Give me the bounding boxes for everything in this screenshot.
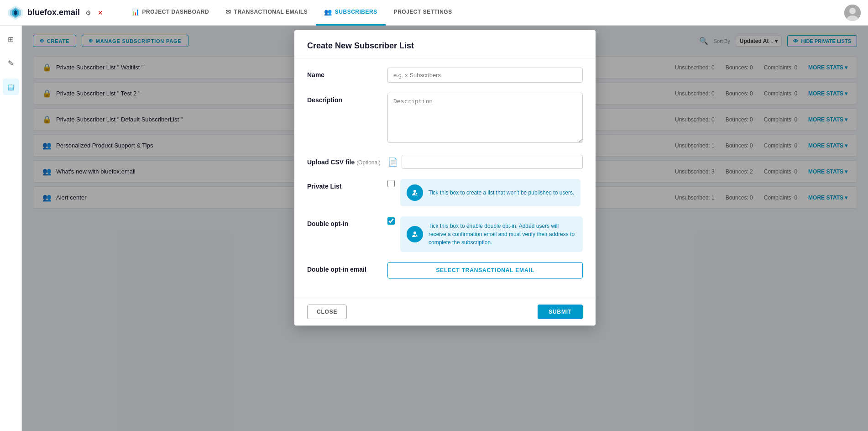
- nav-links: 📊 PROJECT DASHBOARD ✉ TRANSACTIONAL EMAI…: [123, 0, 844, 26]
- name-label: Name: [307, 68, 380, 79]
- sidebar-list-icon[interactable]: ▤: [3, 79, 19, 95]
- description-control: [387, 93, 583, 145]
- nav-settings-label: PROJECT SETTINGS: [394, 9, 452, 15]
- close-button[interactable]: CLOSE: [307, 305, 347, 319]
- csv-row: Upload CSV file (Optional) 📄: [307, 155, 583, 169]
- double-optin-info-text: Tick this box to enable double opt-in. A…: [429, 222, 576, 247]
- settings-icon[interactable]: ⚙: [84, 8, 93, 17]
- private-list-area: Tick this box to create a list that won'…: [387, 179, 580, 206]
- sidebar-edit-icon[interactable]: ✎: [3, 55, 19, 71]
- private-list-info-box: Tick this box to create a list that won'…: [400, 179, 580, 206]
- private-list-checkbox[interactable]: [387, 180, 395, 187]
- private-list-info-icon: [407, 184, 423, 201]
- modal-overlay: Create New Subscriber List Name Descript…: [22, 26, 868, 431]
- subscribers-icon: 👥: [324, 8, 332, 16]
- private-list-info-text: Tick this box to create a list that won'…: [429, 189, 574, 197]
- submit-button[interactable]: SUBMIT: [538, 305, 583, 319]
- main-content: ⊕ CREATE ⊕ MANAGE SUBSCRIPTION PAGE 🔍 So…: [22, 26, 868, 431]
- logo-icon: [7, 5, 24, 21]
- double-optin-info-box: Tick this box to enable double opt-in. A…: [400, 216, 583, 252]
- double-optin-email-label: Double opt-in email: [307, 262, 380, 273]
- modal-header: Create New Subscriber List: [294, 30, 596, 58]
- nav-transactional-emails[interactable]: ✉ TRANSACTIONAL EMAILS: [217, 0, 316, 26]
- double-optin-email-control: SELECT TRANSACTIONAL EMAIL: [387, 262, 583, 279]
- nav-project-settings[interactable]: PROJECT SETTINGS: [386, 0, 460, 26]
- description-label: Description: [307, 93, 380, 104]
- nav-dashboard-label: PROJECT DASHBOARD: [142, 9, 209, 15]
- name-control: [387, 68, 583, 83]
- svg-point-5: [849, 8, 856, 14]
- private-list-row: Private List Tick this box to create a l…: [307, 179, 583, 206]
- double-optin-row: Double opt-in Tick this box to enable do…: [307, 216, 583, 252]
- nav-transactional-label: TRANSACTIONAL EMAILS: [234, 9, 308, 15]
- select-transactional-email-button[interactable]: SELECT TRANSACTIONAL EMAIL: [387, 262, 583, 279]
- svg-point-11: [413, 231, 416, 234]
- nav-project-dashboard[interactable]: 📊 PROJECT DASHBOARD: [123, 0, 217, 26]
- double-optin-area: Tick this box to enable double opt-in. A…: [387, 216, 583, 252]
- email-icon: ✉: [225, 8, 231, 16]
- dashboard-icon: 📊: [131, 8, 140, 16]
- logo-area: bluefox.email ⚙ ✕: [7, 5, 112, 21]
- csv-upload-icon[interactable]: 📄: [388, 157, 398, 167]
- double-optin-email-row: Double opt-in email SELECT TRANSACTIONAL…: [307, 262, 583, 279]
- close-icon[interactable]: ✕: [96, 8, 105, 17]
- nav-right: [844, 5, 861, 21]
- nav-icons: ⚙ ✕: [84, 8, 105, 17]
- csv-optional: (Optional): [356, 159, 381, 166]
- double-optin-info-icon: [407, 226, 423, 242]
- nav-subscribers-label: Subscribers: [335, 9, 377, 15]
- modal-footer: CLOSE SUBMIT: [294, 298, 596, 326]
- modal: Create New Subscriber List Name Descript…: [294, 30, 596, 326]
- avatar: [844, 5, 861, 21]
- private-list-label: Private List: [307, 179, 380, 190]
- csv-file-input[interactable]: [402, 155, 583, 169]
- double-optin-label: Double opt-in: [307, 216, 380, 227]
- csv-control: 📄: [388, 155, 583, 169]
- name-row: Name: [307, 68, 583, 83]
- sidebar: ⊞ ✎ ▤: [0, 26, 22, 431]
- sidebar-grid-icon[interactable]: ⊞: [3, 31, 19, 47]
- name-input[interactable]: [387, 68, 583, 83]
- modal-title: Create New Subscriber List: [307, 41, 414, 50]
- description-textarea[interactable]: [387, 93, 583, 143]
- description-row: Description: [307, 93, 583, 145]
- svg-point-7: [413, 190, 416, 193]
- double-optin-checkbox[interactable]: [387, 217, 395, 225]
- layout: ⊞ ✎ ▤ ⊕ CREATE ⊕ MANAGE SUBSCRIPTION PAG…: [0, 26, 868, 431]
- csv-label: Upload CSV file (Optional): [307, 155, 381, 166]
- top-nav: bluefox.email ⚙ ✕ 📊 PROJECT DASHBOARD ✉ …: [0, 0, 868, 26]
- app-name: bluefox.email: [27, 8, 80, 17]
- nav-subscribers[interactable]: 👥 Subscribers: [316, 0, 385, 26]
- modal-body: Name Description: [294, 58, 596, 298]
